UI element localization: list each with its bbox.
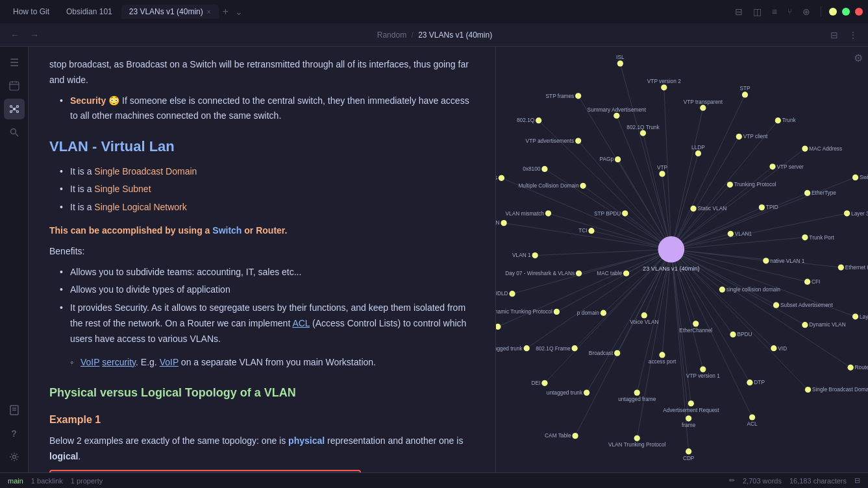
svg-text:untagged trunk: untagged trunk: [547, 389, 583, 396]
switch-link[interactable]: Switch: [212, 225, 242, 236]
text-content: stop broadcast, as Broadcast on a Switch…: [49, 57, 475, 472]
tab-close-icon[interactable]: ×: [207, 8, 211, 16]
branch-button[interactable]: ⑂: [785, 5, 795, 19]
voip-link2[interactable]: VoIP: [160, 357, 179, 367]
tab-how-to-git[interactable]: How to Git: [5, 5, 57, 19]
svg-point-203: [852, 313, 858, 319]
svg-text:VTP version 2: VTP version 2: [647, 78, 681, 84]
editor-scroll[interactable]: stop broadcast, as Broadcast on a Switch…: [29, 47, 495, 472]
tabs-dropdown-button[interactable]: ⌄: [232, 4, 245, 19]
security-bullet: Security 😳 If someone else is connected …: [60, 93, 475, 125]
acl-link[interactable]: ACL: [292, 318, 310, 328]
svg-text:Ethernet Fra...: Ethernet Fra...: [845, 264, 868, 271]
tab-vlans[interactable]: 23 VLANs v1 (40min) ×: [121, 5, 219, 19]
nav-actions: ⊟ ⋮: [828, 27, 860, 43]
svg-text:VTP: VTP: [657, 164, 668, 171]
main-layout: ☰ ? stop broadcast, as Broadcast on a Sw…: [0, 47, 868, 472]
svg-point-189: [838, 264, 844, 270]
svg-text:VLAN Trunking Protocol: VLAN Trunking Protocol: [608, 441, 666, 448]
tab-obsidian-101[interactable]: Obsidian 101: [58, 5, 120, 19]
sercurity-link[interactable]: sercurity: [102, 357, 136, 367]
svg-line-59: [671, 108, 703, 249]
svg-point-173: [844, 210, 850, 216]
svg-line-9: [12, 107, 13, 108]
breadcrumb-separator: /: [411, 30, 415, 40]
graph-settings-button[interactable]: ⚙: [854, 52, 863, 64]
voip-link[interactable]: VoIP: [81, 357, 99, 367]
more-options-button[interactable]: ⋮: [846, 27, 860, 43]
save-icon[interactable]: ⊟: [854, 476, 860, 485]
svg-line-55: [620, 64, 671, 249]
single-logical-network: Single Logical Network: [94, 202, 186, 212]
svg-text:23 VLANs v1 (40min): 23 VLANs v1 (40min): [643, 265, 700, 272]
svg-point-127: [742, 92, 748, 97]
accomplish-line: This can be accomplished by using a Swit…: [49, 223, 475, 239]
sidebar-toggle-button[interactable]: ◫: [750, 4, 764, 19]
link-button[interactable]: ⊕: [800, 4, 813, 19]
svg-point-13: [10, 129, 16, 134]
svg-text:Broadcast: Broadcast: [589, 350, 614, 356]
editor-pane: stop broadcast, as Broadcast on a Switch…: [29, 47, 496, 472]
svg-text:CAM Table: CAM Table: [545, 432, 571, 439]
sidebar-item-bookmarks[interactable]: [4, 400, 25, 421]
sidebar-item-settings[interactable]: [4, 446, 25, 467]
svg-point-147: [802, 145, 808, 151]
graph-svg[interactable]: 23 VLANs v1 (40min)ISLVTP version 2STPST…: [496, 47, 868, 472]
menu-button[interactable]: ≡: [769, 4, 780, 19]
svg-point-227: [771, 345, 776, 351]
tab-bar: How to Git Obsidian 101 23 VLANs v1 (40m…: [5, 3, 730, 20]
svg-point-167: [622, 210, 628, 216]
git-branch[interactable]: main: [8, 477, 23, 485]
maximize-button[interactable]: [842, 8, 850, 16]
svg-text:tagged trunk: tagged trunk: [496, 345, 523, 352]
physical-heading: Physical versus Logical Topology of a VL…: [49, 383, 475, 403]
svg-text:Dynamic Trunking Protocol: Dynamic Trunking Protocol: [496, 308, 552, 315]
svg-text:Trunk Port: Trunk Port: [809, 234, 834, 241]
new-tab-button[interactable]: +: [220, 3, 231, 20]
sidebar-item-open[interactable]: ☰: [4, 52, 25, 73]
svg-text:STP frames: STP frames: [546, 93, 575, 99]
svg-point-131: [700, 105, 706, 111]
svg-point-135: [775, 117, 781, 123]
sidebar-item-graph[interactable]: [4, 99, 25, 119]
svg-text:VLAN mismatch: VLAN mismatch: [506, 210, 545, 217]
router-link[interactable]: Router: [256, 225, 284, 236]
breadcrumb-current: 23 VLANs v1 (40min): [418, 30, 492, 40]
sidebar-item-search[interactable]: [4, 122, 25, 143]
svg-point-165: [499, 175, 504, 181]
svg-point-237: [805, 387, 811, 393]
backlinks-count[interactable]: 1 backlink: [31, 477, 63, 485]
sidebar-item-calendar[interactable]: [4, 75, 25, 96]
back-button[interactable]: ←: [8, 27, 22, 43]
property-count[interactable]: 1 property: [71, 477, 103, 485]
layout-button[interactable]: ⊟: [732, 4, 745, 19]
svg-point-225: [659, 352, 665, 358]
close-button[interactable]: [855, 8, 863, 16]
vlan-bullet-3: It is a Single Logical Network: [60, 200, 475, 215]
svg-point-223: [614, 350, 620, 356]
forward-button[interactable]: →: [27, 27, 42, 43]
svg-point-175: [545, 210, 551, 216]
benefits-bullet-2: Allows you to divide types of applicatio…: [60, 282, 475, 298]
reading-mode-button[interactable]: ⊟: [828, 27, 841, 43]
svg-point-201: [773, 302, 779, 308]
vlan-bullet-2: It is a Single Subnet: [60, 182, 475, 197]
minimize-button[interactable]: [829, 8, 837, 16]
svg-text:VLAN1: VLAN1: [735, 230, 752, 237]
svg-point-245: [572, 433, 578, 439]
svg-point-133: [614, 113, 619, 119]
svg-line-96: [556, 249, 671, 311]
tab-label: 23 VLANs v1 (40min): [129, 7, 203, 16]
sidebar-item-help[interactable]: ?: [4, 423, 25, 444]
svg-point-129: [575, 93, 581, 99]
svg-text:VMPS: VMPS: [496, 175, 497, 181]
breadcrumb-root[interactable]: Random: [377, 30, 406, 40]
svg-line-82: [504, 223, 671, 250]
svg-text:VTP server: VTP server: [776, 164, 804, 170]
svg-text:single collision domain: single collision domain: [726, 286, 780, 293]
svg-text:EtherChannel: EtherChannel: [679, 327, 712, 334]
nav-bar: ← → Random / 23 VLANs v1 (40min) ⊟ ⋮: [0, 23, 868, 47]
svg-text:Single Broadcast Domain: Single Broadcast Domain: [812, 386, 868, 393]
svg-point-139: [640, 130, 646, 136]
svg-text:Switch: Switch: [860, 174, 868, 180]
